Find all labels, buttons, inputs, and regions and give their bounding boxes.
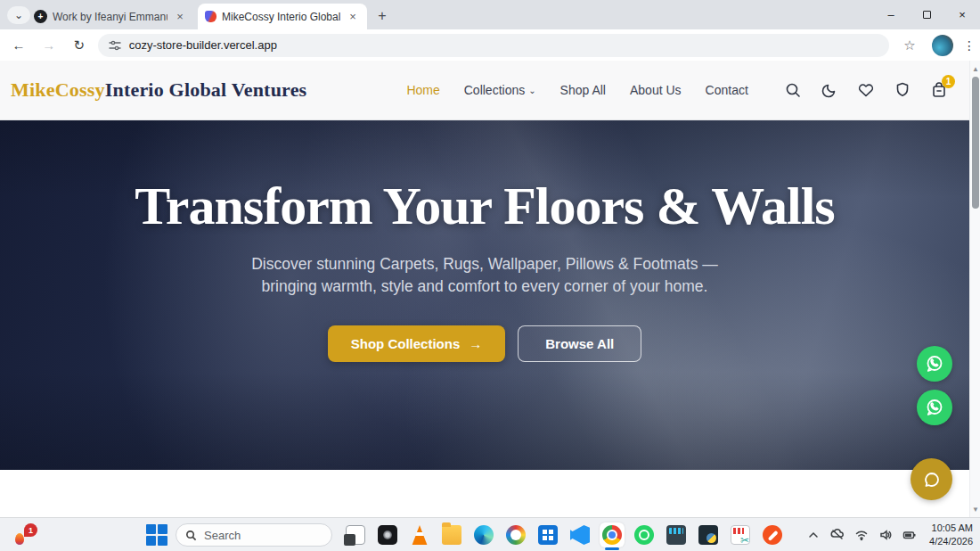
window-close-button[interactable]: ×: [944, 0, 980, 29]
site-header: MikeCossyInterio Global Ventures Home Co…: [0, 61, 969, 120]
tab2-favicon: [205, 11, 216, 22]
desktop-icon: [346, 525, 365, 545]
tray-chevron-up-icon[interactable]: [805, 527, 821, 543]
site-settings-icon[interactable]: [109, 39, 121, 52]
windows-taskbar: 1 Search: [0, 517, 980, 551]
site-logo[interactable]: MikeCossyInterio Global Ventures: [11, 78, 306, 102]
main-nav: Home Collections ⌄ Shop All About Us Con…: [406, 83, 747, 97]
nav-home[interactable]: Home: [406, 83, 439, 97]
media-player-icon: [378, 525, 397, 545]
nav-collections[interactable]: Collections ⌄: [464, 83, 536, 97]
wishlist-heart-icon[interactable]: [857, 81, 875, 99]
taskbar-clock[interactable]: 10:05 AM 4/24/2026: [929, 522, 973, 548]
profile-avatar[interactable]: [932, 35, 953, 56]
browser-tab-1[interactable]: + Work by Ifeanyi Emmanuel ×: [27, 4, 194, 29]
flame-icon: [15, 533, 24, 545]
tray-time: 10:05 AM: [929, 522, 973, 535]
search-icon[interactable]: [784, 81, 802, 99]
volume-icon[interactable]: [878, 527, 894, 543]
taskbar-app-file-explorer[interactable]: [439, 522, 464, 547]
page-scrollbar[interactable]: ▲ ▼: [969, 61, 980, 517]
search-icon: [185, 530, 197, 541]
logo-part2: Interio Global Ventures: [105, 78, 307, 101]
chrome-icon: [602, 525, 622, 545]
tab1-title: Work by Ifeanyi Emmanuel: [53, 11, 167, 23]
window-maximize-button[interactable]: [909, 0, 944, 29]
scroll-down-icon[interactable]: ▼: [970, 503, 980, 515]
browser-toolbar: ← → ↻ cozy-store-builder.vercel.app ☆ ⋮: [0, 29, 980, 61]
system-tray: 10:05 AM 4/24/2026: [805, 518, 973, 551]
whatsapp-float-button-1[interactable]: [917, 346, 952, 382]
tab1-favicon: +: [34, 10, 47, 23]
taskbar-app-vscode[interactable]: [568, 522, 592, 547]
taskbar-app-draw[interactable]: [760, 522, 785, 547]
browser-tab-strip: ⌄ + Work by Ifeanyi Emmanuel × MikeCossy…: [0, 0, 980, 29]
shop-collections-button[interactable]: Shop Collections →: [328, 325, 506, 362]
new-tab-button[interactable]: +: [372, 6, 392, 26]
hero-subtitle-line1: Discover stunning Carpets, Rugs, Wallpap…: [251, 255, 718, 273]
taskbar-app-whatsapp[interactable]: [632, 522, 657, 547]
nav-contact[interactable]: Contact: [706, 83, 748, 97]
toolbar-right: ☆ ⋮: [898, 35, 980, 56]
tab1-close-icon[interactable]: ×: [173, 10, 187, 24]
taskbar-app-sync[interactable]: [503, 522, 528, 547]
bookmark-star-icon[interactable]: ☆: [898, 37, 921, 53]
address-bar[interactable]: cozy-store-builder.vercel.app: [98, 34, 889, 57]
taskbar-app-video-editor[interactable]: [728, 522, 753, 547]
back-button[interactable]: ←: [7, 34, 30, 57]
whatsapp-float-button-2[interactable]: [917, 390, 952, 425]
browse-all-button[interactable]: Browse All: [518, 325, 641, 362]
cart-bag-icon[interactable]: 1: [930, 81, 948, 99]
taskbar-app-desktop[interactable]: [343, 522, 368, 547]
chat-bubble-button[interactable]: [911, 458, 952, 500]
hero-title: Transform Your Floors & Walls: [0, 176, 969, 237]
taskbar-app-chrome-active[interactable]: [600, 522, 625, 547]
taskbar-app-vlc[interactable]: [407, 522, 432, 547]
sync-ring-icon: [506, 525, 526, 545]
taskbar-app-python-terminal[interactable]: [696, 522, 721, 547]
tab2-close-icon[interactable]: ×: [346, 10, 360, 24]
taskbar-search[interactable]: Search: [176, 523, 332, 547]
start-button[interactable]: [145, 523, 168, 547]
hero-cta-row: Shop Collections → Browse All: [0, 325, 969, 362]
battery-icon[interactable]: [902, 527, 918, 543]
taskbar-search-label: Search: [204, 529, 241, 542]
vlc-cone-icon: [410, 525, 429, 545]
ms-store-icon: [538, 525, 558, 545]
browser-tab-2-active[interactable]: MikeCossy Interio Global Ventu ×: [198, 4, 367, 29]
taskbar-app-edge[interactable]: [471, 522, 496, 547]
taskbar-app-media-player[interactable]: [375, 522, 400, 547]
video-editor-icon: [731, 525, 750, 545]
account-shield-icon[interactable]: [894, 81, 911, 99]
nav-shop-all[interactable]: Shop All: [560, 83, 606, 97]
hero-subtitle-line2: bringing warmth, style and comfort to ev…: [262, 277, 708, 295]
python-terminal-icon: [698, 525, 718, 545]
browser-menu-icon[interactable]: ⋮: [959, 38, 980, 53]
window-controls: – ×: [873, 0, 980, 29]
cart-badge: 1: [942, 75, 955, 88]
arrow-right-icon: →: [469, 336, 482, 351]
scroll-up-icon[interactable]: ▲: [970, 62, 980, 75]
url-text[interactable]: cozy-store-builder.vercel.app: [129, 38, 277, 52]
logo-part1: MikeCossy: [11, 78, 105, 101]
screen: ⌄ + Work by Ifeanyi Emmanuel × MikeCossy…: [0, 0, 980, 551]
notification-badge: 1: [24, 523, 37, 537]
tab2-title: MikeCossy Interio Global Ventu: [222, 11, 340, 23]
hero-subtitle: Discover stunning Carpets, Rugs, Wallpap…: [0, 253, 969, 299]
reload-button[interactable]: ↻: [68, 34, 91, 57]
taskbar-app-ms-store[interactable]: [535, 522, 560, 547]
vscode-icon: [570, 525, 590, 545]
tray-muted-icon[interactable]: [829, 527, 845, 543]
taskbar-notification[interactable]: 1: [14, 523, 37, 547]
maximize-icon: [923, 11, 931, 19]
folder-icon: [442, 525, 461, 545]
wifi-icon[interactable]: [853, 527, 870, 543]
forward-button[interactable]: →: [37, 34, 61, 57]
taskbar-apps: [343, 522, 785, 547]
scrollbar-thumb[interactable]: [972, 77, 979, 209]
window-minimize-button[interactable]: –: [873, 0, 909, 29]
dark-mode-moon-icon[interactable]: [821, 81, 838, 99]
nav-about-us[interactable]: About Us: [630, 83, 682, 97]
tab-search-chevron-icon: ⌄: [14, 9, 23, 21]
taskbar-app-keyboard[interactable]: [664, 522, 689, 547]
